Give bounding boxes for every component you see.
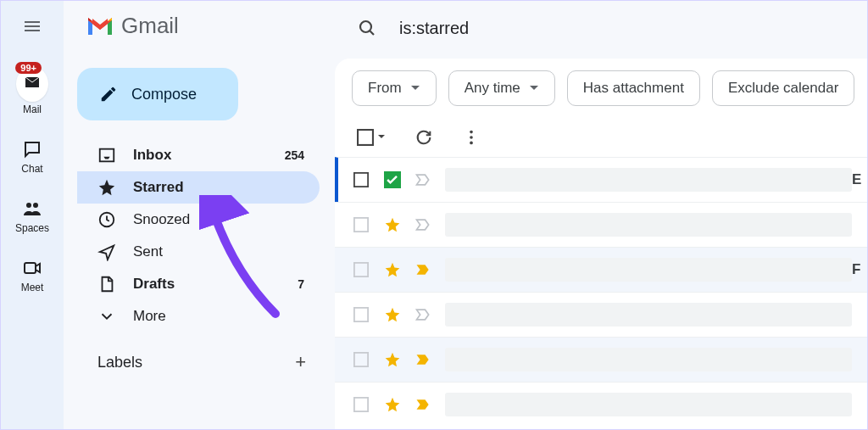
- nav-label: Snoozed: [133, 211, 304, 228]
- row-checkbox[interactable]: [353, 352, 369, 367]
- row-importance-icon[interactable]: [415, 216, 431, 233]
- chip-label: Exclude calendar: [728, 80, 838, 97]
- send-icon: [97, 243, 116, 261]
- row-importance-icon[interactable]: [415, 261, 431, 278]
- svg-point-1: [33, 203, 38, 208]
- row-checkbox[interactable]: [353, 262, 369, 277]
- row-content-placeholder: [445, 393, 852, 416]
- row-star-icon[interactable]: [384, 351, 401, 368]
- compose-label: Compose: [131, 86, 197, 103]
- inbox-icon: [97, 146, 116, 165]
- svg-rect-2: [25, 263, 36, 273]
- select-all-checkbox[interactable]: [357, 129, 386, 146]
- caret-down-icon: [410, 83, 420, 93]
- rail-label: Meet: [21, 282, 44, 293]
- nav-inbox[interactable]: Inbox 254: [77, 139, 320, 171]
- row-tail-char: F: [852, 261, 867, 278]
- filter-chips: From Any time Has attachment Exclude cal…: [335, 59, 867, 118]
- more-actions-button[interactable]: [462, 128, 481, 147]
- row-star-icon[interactable]: [384, 306, 401, 323]
- nav-drafts[interactable]: Drafts 7: [77, 268, 320, 300]
- chip-label: Any time: [465, 80, 520, 97]
- row-content-placeholder: [445, 258, 852, 282]
- rail-label: Mail: [23, 103, 42, 115]
- nav-label: Starred: [133, 179, 304, 196]
- mail-row[interactable]: [335, 292, 867, 337]
- svg-rect-12: [354, 218, 368, 232]
- app-rail: 99+ Mail Chat Spaces Meet: [1, 1, 64, 429]
- star-icon: [97, 178, 116, 197]
- row-content-placeholder: [445, 303, 852, 327]
- row-star-icon[interactable]: [384, 261, 401, 278]
- mail-row[interactable]: [335, 382, 867, 427]
- compose-button[interactable]: Compose: [77, 68, 238, 120]
- row-checkbox[interactable]: [353, 172, 369, 187]
- mail-rows: EF: [335, 157, 867, 427]
- nav-starred[interactable]: Starred: [77, 171, 320, 204]
- rail-item-spaces[interactable]: Spaces: [15, 198, 49, 234]
- row-star-icon[interactable]: [384, 396, 401, 413]
- nav-sent[interactable]: Sent: [77, 236, 320, 268]
- labels-heading-row: Labels +: [77, 332, 325, 378]
- nav-snoozed[interactable]: Snoozed: [77, 204, 320, 236]
- nav-label: Drafts: [133, 276, 281, 293]
- mail-icon: [22, 72, 42, 92]
- search-bar[interactable]: is:starred: [335, 1, 867, 59]
- main-area: is:starred From Any time Has attachment …: [335, 1, 867, 429]
- draft-icon: [97, 275, 116, 293]
- rail-item-chat[interactable]: Chat: [21, 139, 42, 175]
- chip-label: From: [368, 80, 402, 97]
- add-label-button[interactable]: +: [295, 351, 306, 373]
- row-importance-icon[interactable]: [415, 396, 431, 413]
- chevron-down-icon: [97, 307, 116, 326]
- row-content-placeholder: [445, 213, 852, 237]
- sidebar: Gmail Compose Inbox 254 Starred Snoozed …: [64, 1, 335, 429]
- nav-label: More: [133, 308, 304, 325]
- app-name: Gmail: [121, 13, 179, 39]
- row-checkbox[interactable]: [353, 217, 369, 232]
- mail-unread-badge: 99+: [15, 62, 42, 74]
- chip-has-attachment[interactable]: Has attachment: [567, 70, 700, 106]
- svg-rect-15: [354, 353, 368, 366]
- nav-count: 7: [298, 277, 304, 291]
- checkbox-icon: [357, 129, 374, 146]
- mail-toolbar: [335, 118, 867, 157]
- rail-label: Chat: [21, 163, 42, 175]
- row-checkbox[interactable]: [353, 307, 369, 322]
- mail-row[interactable]: [335, 202, 867, 247]
- row-star-icon[interactable]: [384, 216, 401, 233]
- svg-point-8: [470, 136, 473, 139]
- rail-item-meet[interactable]: Meet: [21, 258, 44, 293]
- main-menu-button[interactable]: [22, 16, 42, 36]
- caret-down-icon: [529, 83, 539, 93]
- mail-row[interactable]: E: [335, 157, 867, 202]
- gmail-logo[interactable]: Gmail: [77, 13, 325, 39]
- svg-rect-14: [354, 308, 368, 321]
- mail-row[interactable]: [335, 337, 867, 382]
- svg-rect-13: [354, 263, 368, 276]
- svg-rect-6: [358, 130, 373, 145]
- chip-any-time[interactable]: Any time: [448, 70, 555, 106]
- chip-exclude-calendar[interactable]: Exclude calendar: [712, 70, 854, 106]
- chat-icon: [22, 139, 42, 159]
- refresh-button[interactable]: [415, 128, 433, 147]
- rail-item-mail[interactable]: 99+ Mail: [16, 72, 48, 115]
- chip-from[interactable]: From: [352, 70, 437, 106]
- nav-more[interactable]: More: [77, 300, 320, 332]
- svg-point-7: [470, 131, 473, 134]
- row-importance-icon[interactable]: [415, 306, 431, 323]
- svg-rect-16: [354, 398, 368, 411]
- row-star-icon[interactable]: [384, 171, 401, 188]
- rail-label: Spaces: [15, 222, 49, 234]
- nav-label: Inbox: [133, 147, 268, 164]
- nav-label: Sent: [133, 243, 304, 260]
- meet-icon: [22, 258, 42, 278]
- labels-heading: Labels: [97, 354, 142, 371]
- row-checkbox[interactable]: [353, 397, 369, 412]
- svg-point-0: [26, 203, 31, 208]
- row-importance-icon[interactable]: [415, 171, 431, 188]
- caret-down-icon: [377, 133, 386, 142]
- mail-row[interactable]: F: [335, 247, 867, 292]
- gmail-logo-icon: [86, 15, 114, 37]
- row-importance-icon[interactable]: [415, 351, 431, 368]
